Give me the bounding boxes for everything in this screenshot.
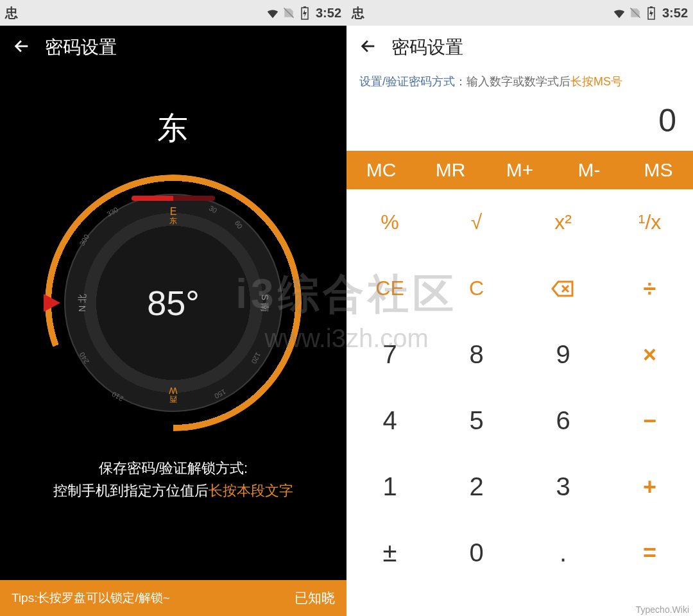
c-button[interactable]: C xyxy=(433,255,520,321)
digit-3[interactable]: 3 xyxy=(520,454,606,520)
digit-8[interactable]: 8 xyxy=(433,321,520,388)
tip-text: Tips:长按罗盘可以锁定/解锁~ xyxy=(12,590,170,606)
compass-north-arc xyxy=(132,196,215,201)
status-glyph: 忠 xyxy=(352,4,364,22)
mc-button[interactable]: MC xyxy=(346,151,416,189)
digit-4[interactable]: 4 xyxy=(346,388,433,454)
digit-9[interactable]: 9 xyxy=(520,321,606,388)
wifi-icon xyxy=(612,6,626,20)
svg-rect-1 xyxy=(304,6,306,8)
compass-needle xyxy=(44,294,60,312)
ms-button[interactable]: MS xyxy=(624,151,693,189)
page-title: 密码设置 xyxy=(45,35,117,60)
tip-dismiss-button[interactable]: 已知晓 xyxy=(295,589,335,607)
wifi-icon xyxy=(266,6,280,20)
digit-2[interactable]: 2 xyxy=(433,454,520,520)
digit-1[interactable]: 1 xyxy=(346,454,433,520)
clock: 3:52 xyxy=(316,6,341,21)
mminus-button[interactable]: M- xyxy=(554,151,624,189)
back-icon[interactable] xyxy=(13,37,31,58)
reciprocal-button[interactable]: ¹/x xyxy=(606,189,693,255)
clock: 3:52 xyxy=(662,6,688,21)
backspace-button[interactable] xyxy=(520,255,606,321)
back-icon[interactable] xyxy=(359,37,377,58)
mplus-button[interactable]: M+ xyxy=(485,151,554,189)
digit-0[interactable]: 0 xyxy=(433,520,520,586)
mr-button[interactable]: MR xyxy=(416,151,485,189)
status-bar: 忠 3:52 xyxy=(0,0,346,26)
status-glyph: 忠 xyxy=(5,4,18,22)
cardinal-south: S xyxy=(260,294,269,311)
compass-dial[interactable]: 85° E东 S 西W N 北 30 60 120 150 210 240 30… xyxy=(45,175,302,431)
minus-button[interactable]: − xyxy=(606,388,693,454)
plusminus-button[interactable]: ± xyxy=(346,520,433,586)
function-row-2: CE C ÷ xyxy=(346,255,693,321)
cardinal-east: E东 xyxy=(169,207,177,225)
battery-charging-icon xyxy=(644,6,658,20)
app-bar: 密码设置 xyxy=(346,26,693,69)
digit-6[interactable]: 6 xyxy=(520,388,606,454)
digit-5[interactable]: 5 xyxy=(433,388,520,454)
app-bar: 密码设置 xyxy=(0,26,346,69)
digit-7[interactable]: 7 xyxy=(346,321,433,388)
square-button[interactable]: x² xyxy=(520,189,606,255)
tip-bar: Tips:长按罗盘可以锁定/解锁~ 已知晓 xyxy=(0,580,346,616)
instruction-line-1: 保存密码/验证解锁方式: xyxy=(0,457,346,479)
ce-button[interactable]: CE xyxy=(346,255,433,321)
direction-label: 东 xyxy=(0,108,346,149)
calculator-keypad: MC MR M+ M- MS % √ x² ¹/x CE C ÷ 7 8 9 ×… xyxy=(346,151,693,586)
decimal-button[interactable]: . xyxy=(520,520,606,586)
no-sim-icon xyxy=(628,6,642,20)
instruction-line-2: 控制手机到指定方位值后长按本段文字 xyxy=(0,479,346,502)
cardinal-north: N 北 xyxy=(78,294,87,312)
no-sim-icon xyxy=(282,6,296,20)
svg-rect-3 xyxy=(650,6,653,8)
divide-button[interactable]: ÷ xyxy=(606,255,693,321)
hint-text: 设置/验证密码方式：输入数字或数学式后长按MS号 xyxy=(346,69,693,90)
multiply-button[interactable]: × xyxy=(606,321,693,388)
page-title: 密码设置 xyxy=(391,35,463,60)
function-row-1: % √ x² ¹/x xyxy=(346,189,693,255)
instruction-text[interactable]: 保存密码/验证解锁方式: 控制手机到指定方位值后长按本段文字 xyxy=(0,457,346,502)
status-bar: 忠 3:52 xyxy=(346,0,693,26)
battery-charging-icon xyxy=(298,6,312,20)
memory-row: MC MR M+ M- MS xyxy=(346,151,693,189)
cardinal-west: 西W xyxy=(169,386,177,403)
calculator-display: 0 xyxy=(346,90,693,151)
percent-button[interactable]: % xyxy=(346,189,433,255)
compass-screen: 忠 3:52 密码设置 东 85° E东 S 西W N 北 30 60 120 … xyxy=(0,0,346,616)
plus-button[interactable]: + xyxy=(606,454,693,520)
equals-button[interactable]: = xyxy=(606,520,693,586)
calculator-screen: 忠 3:52 密码设置 设置/验证密码方式：输入数字或数学式后长按MS号 0 M… xyxy=(346,0,693,616)
sqrt-button[interactable]: √ xyxy=(433,189,520,255)
